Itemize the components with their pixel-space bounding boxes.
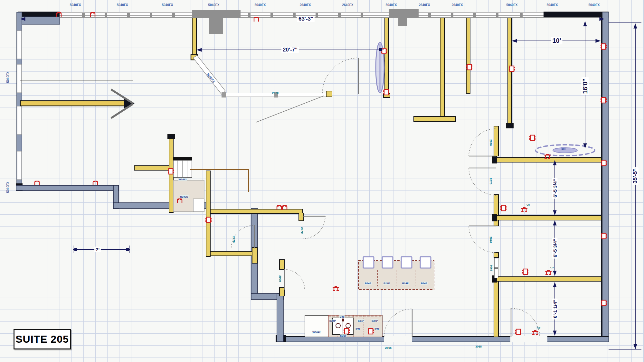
closet-wall-cap xyxy=(168,135,175,138)
door-label: 2070 xyxy=(232,236,235,243)
cabinet-label: B242B xyxy=(180,195,189,198)
dishwasher-label: DW xyxy=(374,328,379,330)
outlet-icon xyxy=(515,329,521,335)
window-label: 2640FX xyxy=(451,3,463,7)
top-wall-cap-left xyxy=(18,12,60,17)
jack-label: C5 xyxy=(537,326,540,329)
dim-office-a: 6'-5 3/4" xyxy=(552,178,558,199)
hall-south-jamb xyxy=(252,247,257,263)
dishwasher-label: DW xyxy=(355,328,360,330)
cabinet-label: W3642 xyxy=(312,331,321,334)
inner-jamb-top xyxy=(279,260,284,269)
window-label: 5040FX xyxy=(208,3,219,7)
closet-north-wall xyxy=(134,166,170,170)
counter-tan-right xyxy=(353,315,382,337)
vestibule-wall xyxy=(385,18,389,95)
data-jack-icon xyxy=(532,330,538,335)
office-wall-c xyxy=(495,277,601,281)
ceiling-fan-label: CF xyxy=(561,147,566,150)
suite-title: SUITE 205 xyxy=(14,329,71,349)
outlet-icon xyxy=(35,181,39,185)
door-label: 2070 xyxy=(489,139,492,146)
outlet-icon xyxy=(368,329,374,334)
corridor-wall-4 xyxy=(494,278,498,337)
top-wall-cap-right xyxy=(544,12,609,17)
outlet-icon xyxy=(601,300,607,306)
outlet-icon xyxy=(93,181,98,185)
floor-plan-canvas: 5040FX 5040FX 5040FX 5040FX 5040FX 2640F… xyxy=(0,0,644,362)
hall-north-jamb xyxy=(299,213,303,221)
data-jack-icon xyxy=(333,286,339,291)
leader-line xyxy=(256,96,324,122)
door-label: 3068 xyxy=(475,345,482,348)
cabinet-label: W2442 xyxy=(178,178,187,181)
door-label: 2670 xyxy=(300,227,304,234)
dimension-lines xyxy=(21,19,641,349)
data-jack-icon xyxy=(545,270,552,274)
cabinet-label: B24P xyxy=(402,282,409,285)
closet-sub-box xyxy=(193,199,204,212)
bay-window xyxy=(193,55,332,97)
chair-icon xyxy=(363,257,374,268)
right-wall xyxy=(601,12,609,342)
inner-jamb-bottom xyxy=(279,287,284,296)
cabinet-label: B24P xyxy=(383,282,390,285)
door-label: 2070 xyxy=(272,91,279,95)
inner-door-arc xyxy=(284,269,305,290)
dim-office-b: 6'-5 3/4" xyxy=(552,237,558,258)
closet-detail xyxy=(173,157,249,212)
bay-wall xyxy=(192,18,196,57)
chair-icon xyxy=(401,257,412,268)
dim-office-c: 6'-1 1/4" xyxy=(552,298,558,319)
bypass-door-panel-1 xyxy=(494,258,498,268)
door-label: 2666 xyxy=(385,346,392,349)
dim-overall-height: 35'-5" xyxy=(632,167,639,185)
door-label: 2070 xyxy=(489,237,492,243)
office-wall-a-cap xyxy=(493,157,497,163)
hall-south-wall xyxy=(210,251,252,256)
floor-plan-drawing xyxy=(0,0,644,362)
bay-mullion-1 xyxy=(222,92,226,97)
outlet-icon xyxy=(254,17,259,22)
window-label: 5040FX xyxy=(6,181,10,193)
chair-icon xyxy=(420,257,431,268)
sink-label: SB36 xyxy=(340,334,347,337)
outlet-icon xyxy=(168,169,174,174)
window-label: 5040FX xyxy=(385,3,397,7)
bay-end-jamb xyxy=(326,91,332,97)
outlet-icon xyxy=(509,66,515,71)
hall-west-wall xyxy=(206,171,210,256)
window-label: 5040FX xyxy=(254,3,266,7)
dim-right-room-h: 16'0'' xyxy=(582,77,589,95)
jack-label: C5 xyxy=(526,203,530,206)
dim-right-room-w: 10' xyxy=(551,37,562,44)
door-label: 2070 xyxy=(279,275,282,282)
outlet-icon xyxy=(500,205,507,211)
data-jack-icon xyxy=(521,207,527,212)
outlet-icon xyxy=(344,329,350,334)
t-wall-foot xyxy=(414,116,456,122)
window-label: 5040FX xyxy=(588,3,600,7)
window-label: 5040FX xyxy=(70,3,81,7)
closet-header xyxy=(173,157,192,160)
jack-label: C5 xyxy=(550,266,554,269)
ceiling-fan-icon xyxy=(535,145,595,156)
outlet-icon xyxy=(383,89,389,95)
cabinet-label: B24P xyxy=(357,320,365,322)
chair-icon xyxy=(382,257,393,268)
outlet-icon xyxy=(601,44,607,49)
mid-door-arc xyxy=(303,216,325,239)
corridor-wall-3 xyxy=(494,253,498,257)
entry-arrow xyxy=(20,80,135,118)
t-wall-stem xyxy=(440,18,444,116)
dim-front-room: 20'-7" xyxy=(281,47,299,53)
office-wall-b xyxy=(495,216,601,220)
window-label: 5040FX xyxy=(162,3,173,7)
bottom-left-door-arc xyxy=(384,309,412,337)
window-label: 2640FX xyxy=(299,3,311,7)
entry-arrow-shaft xyxy=(20,101,125,106)
window-label: 5040FX xyxy=(6,71,10,83)
bottom-door-gap-right xyxy=(510,336,547,342)
corridor-wall-1 xyxy=(494,126,498,156)
mid-partition xyxy=(466,18,470,93)
